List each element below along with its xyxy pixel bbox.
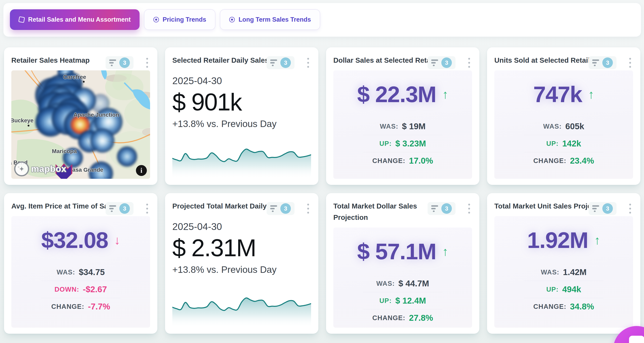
- map-label-buckeye: Buckeye: [11, 117, 34, 124]
- filter-funnel-icon: [592, 205, 599, 212]
- filter-count-badge: 3: [119, 203, 130, 214]
- kpi-panel: 1.92M ↑ WAS: 1.42M UP: 494k CHANGE: 34.8…: [494, 216, 633, 328]
- trend-up-arrow-icon: ↑: [442, 244, 448, 258]
- filter-funnel-icon: [270, 60, 277, 66]
- change-row: CHANGE: 34.8%: [494, 298, 633, 315]
- kpi-value: 747k: [533, 81, 582, 108]
- filter-count-badge: 3: [280, 58, 291, 68]
- card-total-market-unit-sales-projection: Total Market Unit Sales Projection 3 1.9…: [487, 193, 640, 334]
- card-selected-retailer-daily-sales: Selected Retailer Daily Sales 3 2025-04-…: [165, 47, 318, 185]
- filter-funnel-icon: [431, 60, 438, 66]
- filter-chip[interactable]: 3: [428, 56, 456, 69]
- kpi-date: 2025-04-30: [172, 75, 311, 86]
- was-row: WAS: 1.42M: [494, 264, 633, 281]
- filter-count-badge: 3: [119, 58, 130, 68]
- projected-sales-sparkline: [172, 293, 311, 328]
- kpi-value: $ 901k: [172, 88, 311, 116]
- filter-chip[interactable]: 3: [588, 202, 616, 215]
- up-row: UP: $ 3.23M: [333, 135, 472, 152]
- filter-count-badge: 3: [602, 203, 613, 214]
- tab-long-term-sales-trends[interactable]: Long Term Sales Trends: [220, 9, 320, 30]
- filter-count-badge: 3: [602, 58, 613, 68]
- daily-sales-sparkline: [172, 144, 311, 179]
- card-menu-kebab-icon[interactable]: [628, 202, 632, 215]
- top-tab-bar: Retail Sales and Menu Assortment Pricing…: [3, 3, 641, 37]
- up-row: UP: $ 12.4M: [333, 292, 472, 309]
- filter-chip[interactable]: 3: [106, 202, 134, 215]
- mapbox-wordmark: mapbox: [31, 164, 66, 174]
- map-info-icon[interactable]: i: [136, 165, 147, 176]
- was-row: WAS: $ 44.7M: [333, 275, 472, 292]
- filter-funnel-icon: [109, 205, 116, 212]
- kpi-panel: $ 22.3M ↑ WAS: $ 19M UP: $ 3.23M CHANGE:…: [333, 70, 472, 179]
- card-menu-kebab-icon[interactable]: [467, 57, 471, 69]
- map-label-apache-junction: Apache Junction: [74, 112, 119, 118]
- sales-heatmap-map[interactable]: Phoenix: [11, 70, 150, 179]
- kpi-panel: $32.08 ↓ WAS: $34.75 DOWN: -$2.67 CHANGE…: [11, 216, 150, 328]
- card-menu-kebab-icon[interactable]: [306, 57, 310, 69]
- card-avg-item-price: Avg. Item Price at Time of Sale 3 $32.08…: [4, 193, 157, 334]
- card-menu-kebab-icon[interactable]: [145, 202, 149, 215]
- card-menu-kebab-icon[interactable]: [628, 57, 632, 69]
- kpi-delta: +13.8% vs. Previous Day: [172, 264, 311, 275]
- filter-count-badge: 3: [441, 58, 452, 68]
- map-label-carefree: Carefree: [63, 74, 86, 80]
- card-projected-total-market-daily-sales: Projected Total Market Daily Sales 3 202…: [165, 193, 318, 334]
- tab-label: Pricing Trends: [162, 16, 206, 23]
- map-point: [83, 81, 85, 83]
- up-row: UP: 142k: [494, 135, 633, 152]
- map-label-casa-grande: Casa Grande: [68, 167, 103, 173]
- filter-chip[interactable]: 3: [266, 202, 294, 215]
- change-row: CHANGE: 27.8%: [333, 310, 472, 326]
- trend-up-arrow-icon: ↑: [442, 87, 448, 101]
- tab-label: Long Term Sales Trends: [238, 16, 311, 23]
- trend-down-arrow-icon: ↓: [114, 233, 120, 247]
- filter-chip[interactable]: 3: [588, 56, 616, 69]
- filter-chip[interactable]: 3: [266, 56, 294, 69]
- was-row: WAS: $34.75: [11, 264, 150, 281]
- tab-pricing-trends[interactable]: Pricing Trends: [144, 9, 216, 30]
- kpi-value: $32.08: [41, 227, 108, 253]
- filter-count-badge: 3: [441, 203, 452, 214]
- filter-count-badge: 3: [280, 203, 291, 214]
- change-row: CHANGE: -7.7%: [11, 298, 150, 315]
- card-menu-kebab-icon[interactable]: [467, 202, 471, 215]
- filter-chip[interactable]: 3: [428, 202, 456, 215]
- kpi-panel: $ 57.1M ↑ WAS: $ 44.7M UP: $ 12.4M CHANG…: [333, 228, 472, 328]
- trend-up-arrow-icon: ↑: [588, 87, 594, 101]
- mapbox-attribution[interactable]: ✦ mapbox: [14, 162, 66, 176]
- card-total-market-dollar-sales-projection: Total Market Dollar Sales Projection 3 $…: [326, 193, 479, 334]
- kpi-value: $ 22.3M: [357, 81, 436, 108]
- kpi-value: 1.92M: [527, 227, 588, 253]
- up-row: UP: 494k: [494, 281, 633, 298]
- kpi-value: $ 2.31M: [172, 234, 311, 262]
- filter-funnel-icon: [431, 205, 438, 212]
- map-point: [28, 125, 30, 126]
- filter-chip[interactable]: 3: [106, 56, 134, 69]
- tab-label: Retail Sales and Menu Assortment: [28, 16, 131, 23]
- kpi-panel: 747k ↑ WAS: 605k UP: 142k CHANGE: 23.4%: [494, 70, 633, 179]
- mapbox-pin-icon: ✦: [14, 162, 29, 176]
- card-menu-kebab-icon[interactable]: [306, 202, 310, 215]
- card-menu-kebab-icon[interactable]: [145, 57, 149, 69]
- trend-up-arrow-icon: ↑: [594, 233, 600, 247]
- card-retailer-sales-heatmap: Retailer Sales Heatmap 3 Phoenix: [4, 47, 157, 185]
- filter-funnel-icon: [109, 60, 116, 66]
- down-row: DOWN: -$2.67: [11, 281, 150, 298]
- radio-icon: [153, 17, 159, 22]
- dashboard-square-icon: [18, 16, 25, 23]
- filter-funnel-icon: [270, 205, 277, 212]
- filter-funnel-icon: [592, 60, 599, 66]
- tab-retail-sales-and-menu-assortment[interactable]: Retail Sales and Menu Assortment: [10, 9, 140, 30]
- was-row: WAS: $ 19M: [333, 118, 472, 135]
- chat-bubble-icon: [629, 336, 644, 343]
- kpi-delta: +13.8% vs. Previous Day: [172, 118, 311, 129]
- kpi-value: $ 57.1M: [357, 238, 436, 264]
- card-units-sold-selected-retailers: Units Sold at Selected Retailers 3 747k …: [487, 47, 640, 185]
- dashboard-tabs: Retail Sales and Menu Assortment Pricing…: [10, 9, 320, 30]
- card-dollar-sales-selected-retailers: Dollar Sales at Selected Retailers 3 $ 2…: [326, 47, 479, 185]
- was-row: WAS: 605k: [494, 118, 633, 135]
- radio-icon: [229, 17, 235, 22]
- kpi-date: 2025-04-30: [172, 221, 311, 232]
- change-row: CHANGE: 17.0%: [333, 152, 472, 169]
